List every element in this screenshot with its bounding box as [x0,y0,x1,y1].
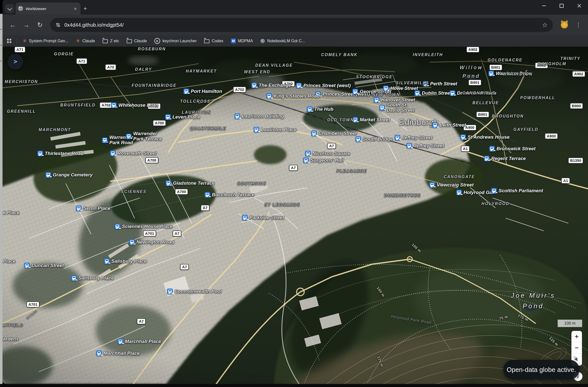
bookmark-system-prompt-gen[interactable]: ✳ System Prompt Gen... [23,38,68,43]
map-label-bus: Commonwealth Pool [167,289,222,294]
map-label-area: QUARTERMILE [190,126,227,131]
claude-asterisk-icon: ✳ [23,38,27,43]
tab-close-button[interactable]: × [73,6,78,12]
map-label-contour: 100 m [376,286,386,298]
map-label-bus: Holyrood Gait [456,190,495,195]
window-close-button[interactable] [570,0,588,12]
map-label-bus: Brunswick Street [489,146,535,151]
bus-stop-icon [167,289,173,294]
bookmark-label: Claude [134,39,147,43]
bus-stop-icon [242,215,248,220]
map-label-bus: Buccleuch Terrace [205,192,254,198]
map-label-bus: Dublin Street [415,90,451,96]
new-tab-button[interactable]: + [83,6,87,12]
minimize-icon [542,6,546,6]
bookmark-mdpma[interactable]: M MDPMA [231,38,253,43]
bus-stop-icon [166,180,171,186]
bus-stop-icon [491,188,497,194]
bookmarks-bar: ✳ System Prompt Gen... ✳ Claude Z etc Cl… [3,35,588,47]
bookmarks-separator [17,38,17,44]
map-label-area: DEAN VILLAGE [255,63,293,68]
map-label-bus: Grange Cemetery [46,172,93,178]
map-label-shield: A700 [145,157,158,163]
bus-stop-icon [129,239,135,245]
map-label-area: POWDERHALL [520,96,555,100]
zoom-out-button[interactable]: − [571,342,582,354]
map-label-shield: A701 [26,301,39,307]
bus-stop-icon [395,135,400,140]
expand-panel-button[interactable]: > [8,54,23,69]
window-controls [535,0,588,12]
window-minimize-button[interactable] [535,0,553,12]
map-label-bus: Sciennes House Place [115,224,173,229]
bookmark-codex[interactable]: Codex [204,38,223,43]
map-label-area: MARCHMONT [38,128,71,132]
map-label-contour: 125 m [549,336,559,347]
bookmark-label: keychron Launcher [162,39,197,43]
back-button[interactable]: ← [7,19,19,31]
map-label-shield: A902 [535,62,548,68]
map-label-area: CANONMILLS [462,91,495,95]
reload-button[interactable]: ↻ [34,19,46,31]
map-label-area: GREENHILL [7,109,36,114]
map-label-shield: A701 [143,230,156,237]
bookmark-star-icon[interactable]: ☆ [542,21,548,29]
map-label-bus: George Street [352,89,391,94]
map-label-bus: Surgeons' Hall [303,158,344,163]
bus-stop-icon [126,134,131,139]
map-label-shield: A700 [175,189,188,195]
forward-button[interactable]: → [21,19,32,31]
map-label-bus: Port Hamilton [184,89,222,94]
map-label-area: BRUNTSFIELD [60,103,96,107]
map-label-faint: Holyrood Park Road [391,314,432,325]
bookmark-z-etc[interactable]: Z etc [103,38,119,43]
map-canvas[interactable]: EdinburghA71A71A70A702A702A702A702A700A7… [3,47,588,384]
bookmark-label: NotebookLM Got C... [267,39,305,43]
url-text[interactable]: 0x4d44.github.io/mdgpt54/ [64,22,538,28]
bus-stop-icon [205,192,210,198]
browser-toolbar: ← → ↻ 0x4d44.github.io/mdgpt54/ ☆ ⋮ [3,15,588,35]
bookmark-claude[interactable]: ✳ Claude [76,38,95,43]
bus-stop-icon [37,151,43,156]
profile-avatar[interactable] [561,21,568,28]
window-maximize-button[interactable] [553,0,570,12]
map-label-area: CANONGATE [444,175,475,179]
bookmark-keychron-launcher[interactable]: K keychron Launcher [154,38,197,44]
map-label-bus: St Andrews House [460,134,510,140]
tab-search-button[interactable] [5,4,14,13]
bookmark-claude-folder[interactable]: Claude [127,38,147,43]
apps-grid-icon[interactable] [7,39,11,43]
map-label-shield: A702 [100,102,113,108]
menu-kebab-icon[interactable]: ⋮ [573,21,583,28]
bus-stop-icon [450,90,455,96]
bookmark-notebooklm[interactable]: NotebookLM Got C... [260,39,305,43]
map-label-area: PLEASANCE [336,169,367,173]
bus-stop-icon [24,263,30,268]
bus-stop-icon [488,71,494,76]
tab-strip: Worldviewer × + [3,0,588,15]
tab-worldviewer[interactable]: Worldviewer × [16,3,80,15]
map-label-shield: A7 [289,165,298,171]
bus-stop-icon [432,122,438,128]
map-label-bus: King's Stables Road [266,93,320,99]
zoom-in-button[interactable]: + [571,331,582,342]
map-label-bus: Salisbury Place [71,275,114,281]
map-label-shield: A702 [233,87,246,93]
map-label-bus: Whitehouse Loan [111,102,158,108]
map-label-bus: South Bridge [355,136,393,142]
bus-stop-icon [315,91,321,97]
site-info-icon[interactable] [55,22,61,28]
bus-stop-icon [76,206,81,211]
url-bar[interactable]: 0x4d44.github.io/mdgpt54/ ☆ [50,18,553,32]
map-label-area: HAYMARKET [186,69,217,73]
map-label-area: WEST END [244,70,270,74]
map-label-bus: Parkside Street [242,215,284,220]
bus-stop-icon [383,86,389,91]
bus-stop-icon [355,136,361,142]
map-label-area: NEW TOWN [372,93,400,97]
map-label-area: ST LEONARDS [264,203,300,207]
map-label-bus: Howe Street [383,86,418,91]
map-label-area: GORGIE [54,52,74,56]
map-label-shield: B900 [570,103,583,109]
bus-stop-icon [429,182,435,188]
